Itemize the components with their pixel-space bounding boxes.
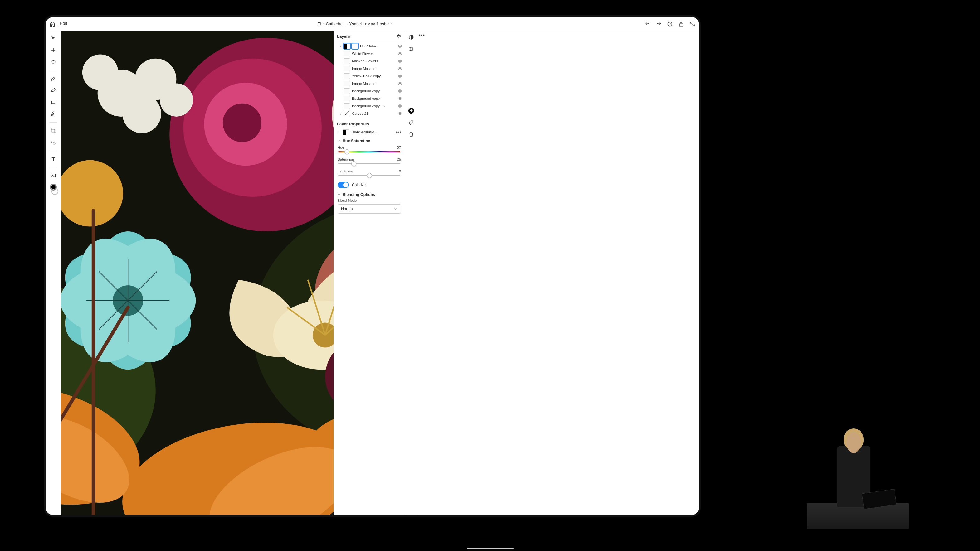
svg-point-78 xyxy=(410,48,410,48)
visibility-eye-icon[interactable] xyxy=(398,67,402,71)
saturation-slider[interactable] xyxy=(338,163,400,164)
document-title[interactable]: The Cathedral I - Ysabel LeMay-1.psb * xyxy=(70,22,641,26)
ipad-frame: Edit The Cathedral I - Ysabel LeMay-1.ps… xyxy=(44,15,700,517)
hue-slider[interactable] xyxy=(338,151,400,152)
visibility-eye-icon[interactable] xyxy=(398,74,402,78)
svg-point-67 xyxy=(399,68,401,70)
layer-name: Image Masked xyxy=(352,67,396,70)
svg-point-72 xyxy=(399,106,401,107)
layer-row[interactable]: Yellow Ball 3 copy xyxy=(334,72,405,80)
hue-saturation-title: Hue Saturation xyxy=(342,139,370,143)
visibility-eye-icon[interactable] xyxy=(398,59,402,63)
lightness-value: 0 xyxy=(399,169,401,173)
layer-name: Yellow Ball 3 copy xyxy=(352,74,396,78)
layer-row[interactable]: Masked Flowers xyxy=(334,57,405,65)
current-layer-name: Hue/Saturatio… xyxy=(351,130,393,134)
lightness-slider-thumb[interactable] xyxy=(367,173,372,178)
color-wells[interactable] xyxy=(48,184,58,195)
svg-rect-5 xyxy=(51,112,54,116)
healing-tool[interactable] xyxy=(48,109,58,119)
hue-slider-block: Hue 37 xyxy=(334,144,405,156)
layer-row[interactable]: Image Masked xyxy=(334,65,405,72)
svg-point-69 xyxy=(399,83,401,84)
blend-mode-dropdown[interactable]: Normal xyxy=(337,204,401,214)
visibility-eye-icon[interactable] xyxy=(398,51,402,56)
colorize-toggle[interactable] xyxy=(337,182,349,188)
layer-row[interactable]: Background copy xyxy=(334,95,405,102)
layer-row[interactable]: ↳Hue/Satur… xyxy=(334,43,405,50)
redo-icon[interactable] xyxy=(656,21,662,27)
saturation-slider-block: Saturation 25 xyxy=(334,156,405,168)
flower-artwork xyxy=(61,31,334,515)
saturation-slider-thumb[interactable] xyxy=(351,161,356,166)
layer-row[interactable]: ↳Curves 21 xyxy=(334,110,405,117)
lightness-slider[interactable] xyxy=(338,175,400,176)
settings-sliders-icon[interactable] xyxy=(407,44,415,53)
brush-tool[interactable] xyxy=(48,74,58,84)
clip-indicator-icon: ↳ xyxy=(339,112,342,115)
layer-thumb xyxy=(344,51,350,56)
visibility-eye-icon[interactable] xyxy=(398,89,402,93)
svg-point-70 xyxy=(399,91,401,92)
eraser-tool[interactable] xyxy=(48,86,58,95)
lasso-tool[interactable] xyxy=(48,57,58,67)
layer-row[interactable]: Background copy xyxy=(334,87,405,95)
canvas-area[interactable] xyxy=(61,31,334,515)
visibility-eye-icon[interactable] xyxy=(398,81,402,86)
hue-slider-thumb[interactable] xyxy=(344,149,350,154)
colorize-label: Colorize xyxy=(352,183,366,187)
utility-column xyxy=(405,31,417,515)
app-topbar: Edit The Cathedral I - Ysabel LeMay-1.ps… xyxy=(46,17,698,31)
layer-row[interactable]: Image Masked xyxy=(334,80,405,87)
svg-point-68 xyxy=(399,76,401,77)
edit-mode-label[interactable]: Edit xyxy=(60,21,67,27)
layer-row[interactable]: Background copy 16 xyxy=(334,102,405,110)
blend-mode-label: Blend Mode xyxy=(334,198,405,203)
move-tool[interactable] xyxy=(48,33,58,43)
transform-tool[interactable] xyxy=(48,45,58,55)
hue-saturation-header[interactable]: Hue Saturation xyxy=(334,136,405,144)
chevron-down-icon xyxy=(337,193,341,197)
shape-tool[interactable] xyxy=(48,138,58,148)
blend-mode-value: Normal xyxy=(341,207,353,211)
home-icon[interactable] xyxy=(49,21,55,27)
mask-thumb xyxy=(352,43,358,49)
fill-tool[interactable] xyxy=(48,97,58,107)
svg-point-65 xyxy=(399,53,401,55)
visibility-eye-icon[interactable] xyxy=(398,96,402,101)
visibility-eye-icon[interactable] xyxy=(398,111,402,116)
visibility-eye-icon[interactable] xyxy=(398,104,402,108)
layers-stack-icon[interactable] xyxy=(396,33,401,39)
help-icon[interactable] xyxy=(667,21,673,27)
layer-row[interactable]: White Flower xyxy=(334,50,405,57)
svg-point-3 xyxy=(51,61,55,64)
blending-options-header[interactable]: Blending Options xyxy=(334,190,405,198)
layer-name: Background copy xyxy=(352,89,396,93)
svg-point-79 xyxy=(412,49,412,49)
blending-options-title: Blending Options xyxy=(342,192,375,197)
more-icon[interactable]: ••• xyxy=(395,129,401,135)
visibility-eye-icon[interactable] xyxy=(398,44,402,48)
share-icon[interactable] xyxy=(678,21,684,27)
new-adjustment-layer-icon[interactable] xyxy=(407,33,415,41)
chevron-down-icon xyxy=(337,139,341,143)
undo-icon[interactable] xyxy=(644,21,650,27)
right-panels: Layers ↳Hue/Satur…White FlowerMasked Flo… xyxy=(334,31,405,515)
trash-icon[interactable] xyxy=(407,130,415,139)
crop-tool[interactable] xyxy=(48,125,58,136)
fullscreen-icon[interactable] xyxy=(689,21,695,27)
more-options-icon[interactable]: ••• xyxy=(417,31,426,40)
clip-indicator-icon: ↳ xyxy=(337,131,340,134)
layer-thumb xyxy=(344,73,350,79)
place-image-tool[interactable] xyxy=(48,171,58,181)
home-indicator[interactable] xyxy=(467,548,514,549)
layer-list[interactable]: ↳Hue/Satur…White FlowerMasked FlowersIma… xyxy=(334,41,405,119)
link-icon[interactable] xyxy=(407,118,415,127)
chevron-down-icon xyxy=(394,207,398,211)
add-layer-icon[interactable] xyxy=(407,106,415,115)
layer-properties-current: ↳ Hue/Saturatio… ••• xyxy=(334,128,405,136)
lightness-slider-block: Lightness 0 xyxy=(334,168,405,180)
clip-indicator-icon: ↳ xyxy=(339,44,342,48)
type-tool[interactable] xyxy=(48,154,58,164)
tool-column xyxy=(46,31,61,515)
